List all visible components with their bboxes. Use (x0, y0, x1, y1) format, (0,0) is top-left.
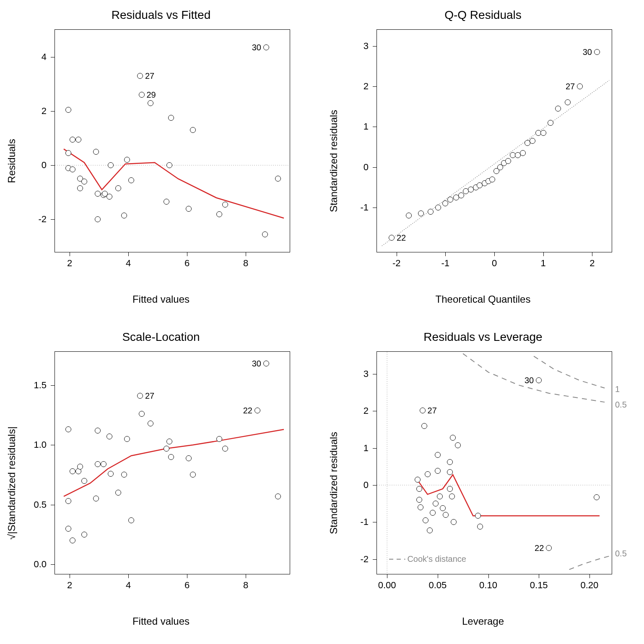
data-point (505, 158, 511, 164)
x-axis-label: Theoretical Quantiles (322, 293, 644, 305)
data-point (427, 527, 433, 533)
y-tick-label: -1 (360, 202, 369, 213)
data-point (124, 436, 130, 442)
data-point (489, 177, 495, 182)
x-tick-label: 0.15 (530, 580, 548, 591)
data-point (65, 498, 71, 504)
plot-title: Residuals vs Leverage (322, 330, 644, 344)
x-tick-label: -2 (392, 258, 401, 269)
y-tick-label: 0 (364, 162, 369, 173)
data-point (275, 493, 281, 499)
plot-area: 24680.00.51.01.5302722 (55, 351, 290, 574)
data-point (437, 493, 443, 499)
data-point (128, 517, 134, 523)
x-tick (187, 574, 187, 578)
data-point (93, 149, 99, 155)
data-point (115, 185, 121, 191)
data-point (93, 496, 99, 501)
x-tick-label: 2 (67, 580, 72, 591)
data-point (447, 469, 453, 475)
data-point (137, 73, 143, 79)
y-tick-label: -1 (360, 517, 369, 527)
x-tick (246, 252, 246, 256)
x-tick-label: 4 (126, 580, 131, 591)
y-tick-label: 3 (364, 369, 369, 379)
data-point (124, 157, 130, 163)
y-axis-label: Standardized residuals (328, 432, 340, 534)
x-tick-label: 0 (492, 258, 497, 269)
x-tick-label: 0.10 (479, 580, 497, 591)
cooks-contour-label: 1 (615, 384, 620, 394)
data-point (254, 408, 260, 413)
y-tick (51, 385, 55, 386)
y-tick-label: 1.0 (34, 439, 47, 450)
y-axis-label: √|Standardized residuals| (6, 426, 18, 540)
point-label: 27 (566, 81, 575, 91)
data-point (555, 106, 561, 112)
y-tick-label: -2 (360, 554, 369, 565)
y-tick-label: 0 (42, 160, 47, 171)
y-tick (373, 208, 377, 208)
y-axis-label: Residuals (6, 139, 18, 183)
data-point (442, 200, 448, 206)
data-point (95, 461, 101, 467)
data-point (148, 421, 153, 426)
qq-residuals-panel: Q-Q Residuals Standardized residuals -2-… (322, 0, 644, 322)
point-label: 30 (252, 43, 261, 52)
data-point (148, 100, 153, 106)
data-point (420, 408, 426, 413)
plot-area: -2-1012-10123302722 (377, 29, 612, 252)
x-tick-label: 6 (184, 580, 190, 591)
data-point (435, 468, 441, 474)
x-tick (543, 252, 544, 256)
plot-overlay-svg (377, 352, 612, 574)
data-point (70, 137, 75, 143)
point-label: 30 (252, 359, 261, 369)
data-point (477, 524, 483, 530)
data-point (216, 211, 222, 217)
y-tick-label: 3 (364, 41, 369, 52)
data-point (435, 452, 441, 458)
y-tick-label: 1 (364, 443, 369, 454)
x-axis-label: Leverage (322, 615, 644, 627)
data-point (594, 494, 600, 500)
x-tick (128, 574, 129, 578)
y-tick (51, 564, 55, 565)
data-point (421, 423, 427, 429)
plot-area: 0.000.050.100.150.20-2-1012330272210.50.… (377, 351, 612, 574)
data-point (139, 92, 145, 98)
x-tick-label: 0.20 (580, 580, 598, 591)
plot-overlay-svg (55, 352, 290, 574)
data-point (475, 513, 481, 519)
data-point (70, 538, 75, 543)
y-tick (373, 46, 377, 47)
y-tick (373, 559, 377, 560)
plot-area: 2468-2024302729 (55, 29, 290, 252)
x-tick-label: 1 (541, 258, 546, 269)
data-point (81, 478, 87, 484)
data-point (423, 517, 428, 523)
x-axis-label: Fitted values (0, 293, 322, 305)
data-point (546, 545, 552, 551)
data-point (416, 486, 422, 492)
data-point (435, 205, 441, 210)
x-tick (494, 252, 495, 256)
data-point (458, 192, 464, 198)
data-point (186, 455, 192, 461)
x-tick-label: 6 (184, 258, 190, 269)
data-point (222, 202, 228, 208)
point-label: 27 (145, 71, 154, 80)
data-point (121, 472, 127, 478)
y-tick-label: 2 (364, 81, 369, 92)
y-tick (51, 165, 55, 166)
plot-overlay-svg (377, 30, 612, 252)
data-point (190, 472, 196, 478)
data-point (451, 519, 457, 525)
point-label: 29 (147, 90, 156, 100)
x-tick-label: 8 (243, 580, 248, 591)
data-point (263, 361, 269, 366)
x-tick (397, 252, 397, 256)
y-tick (51, 219, 55, 220)
x-tick (592, 252, 592, 256)
y-tick-label: 0.5 (34, 499, 47, 510)
